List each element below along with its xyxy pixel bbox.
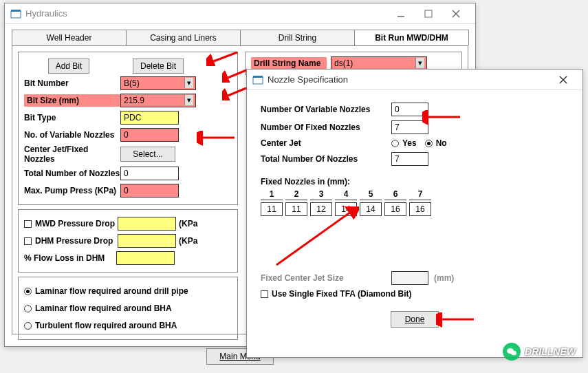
wechat-icon [503,343,521,361]
bit-size-combo[interactable]: 215.9 [120,94,196,107]
var-noz-field[interactable]: 0 [391,103,428,116]
tab-drill-string[interactable]: Drill String [240,30,355,45]
var-noz-label: Number Of Variable Nozzles [261,105,391,114]
fixed-noz-label: Number Of Fixed Nozzles [261,122,391,132]
mwd-field[interactable] [118,217,176,231]
drillstring-label: Drill String Name [251,57,327,70]
bit-size-label: Bit Size (mm) [24,94,120,107]
nozzle-body: Number Of Variable Nozzles0 Number Of Fi… [247,90,582,336]
noz-v3[interactable]: 12 [310,202,332,216]
noz-v4[interactable]: 14 [335,202,357,216]
tab-well-header[interactable]: Well Header [12,30,127,45]
nozzle-dialog: Nozzle Specification Number Of Variable … [246,69,583,358]
noz-h4: 4 [335,189,357,200]
tfa-checkbox[interactable] [261,290,268,298]
bit-panel: Add Bit Delete Bit Bit NumberB(5) Bit Si… [18,52,238,205]
noz-v6[interactable]: 16 [384,202,406,216]
bit-type-label: Bit Type [24,113,120,122]
mwd-unit: (KPa [179,219,197,228]
tfa-label: Use Single Fixed TFA (Diamond Bit) [272,289,412,299]
var-nozzles-label: No. of Variable Nozzles [24,130,120,140]
select-button[interactable]: Select... [120,147,175,162]
window-title: Hydraulics [25,8,387,19]
no-label: No [436,138,447,148]
bit-number-combo[interactable]: B(5) [120,76,196,90]
svg-point-18 [511,351,516,355]
total-nozzles-label: Total Number of Nozzles [24,169,120,178]
center-jet-label2: Center Jet [261,138,391,148]
minimize-button[interactable] [387,4,415,23]
flow-panel: Laminar flow required around drill pipe … [18,277,238,340]
dhm-checkbox[interactable] [24,237,32,245]
watermark-text: DRILLNEW [525,346,576,357]
noz-h6: 6 [384,189,406,200]
mwd-checkbox[interactable] [24,220,32,228]
tab-strip: Well Header Casing and Liners Drill Stri… [12,30,468,45]
svg-rect-6 [253,77,263,84]
noz-h1: 1 [261,189,283,200]
close-button[interactable] [442,4,470,23]
noz-h5: 5 [360,189,382,200]
mwd-label: MWD Pressure Drop [35,219,118,228]
noz-v5[interactable]: 14 [360,202,382,216]
bit-type-field[interactable]: PDC [120,111,179,125]
center-no-radio[interactable] [425,140,433,147]
tab-bit-run[interactable]: Bit Run MWD/DHM [354,30,469,45]
flowloss-label: % Flow Loss in DHM [24,253,116,263]
flow-radio-2[interactable] [24,305,32,312]
flow-radio-1[interactable] [24,288,32,295]
noz-v7[interactable]: 16 [409,202,431,216]
center-size-label: Fixed Center Jet Size [261,273,391,283]
total-noz-label2: Total Number Of Nozzles [261,154,391,164]
nozzle-grid: 111 211 312 414 514 616 716 [261,189,569,216]
flow-radio-3[interactable] [24,322,32,330]
tab-casing-liners[interactable]: Casing and Liners [126,30,241,45]
add-bit-button[interactable]: Add Bit [48,58,90,74]
flow-opt-2: Laminar flow required around BHA [35,303,172,313]
flow-opt-1: Laminar flow required around drill pipe [35,286,188,296]
center-size-unit: (mm) [434,273,454,283]
watermark: DRILLNEW [503,343,576,361]
dhm-label: DHM Pressure Drop [35,236,118,246]
app-icon [252,75,263,85]
max-pump-label: Max. Pump Press (KPa) [24,186,120,195]
dhm-field[interactable] [118,234,176,248]
total-noz-field2: 7 [391,152,428,166]
done-button[interactable]: Done [391,311,439,328]
center-size-field [391,271,428,285]
svg-rect-0 [11,11,21,18]
flowloss-field[interactable] [116,251,175,265]
titlebar: Hydraulics [5,3,475,24]
nozzle-close-button[interactable] [549,70,577,89]
var-nozzles-field[interactable]: 0 [120,128,179,142]
max-pump-field[interactable]: 0 [120,184,179,198]
svg-rect-3 [425,10,432,17]
center-yes-radio[interactable] [391,140,399,147]
delete-bit-button[interactable]: Delete Bit [133,58,184,74]
noz-h7: 7 [409,189,431,200]
noz-v1[interactable]: 11 [261,202,283,216]
drillstring-combo[interactable]: ds(1) [331,56,427,70]
noz-h2: 2 [285,189,307,200]
noz-h3: 3 [310,189,332,200]
center-jet-label: Center Jet/Fixed Nozzles [24,145,120,164]
mwd-panel: MWD Pressure Drop(KPa DHM Pressure Drop(… [18,209,238,273]
svg-rect-7 [253,76,263,78]
nozzle-title: Nozzle Specification [268,74,549,85]
total-nozzles-field[interactable]: 0 [120,167,179,180]
maximize-button[interactable] [415,4,442,23]
bit-number-label: Bit Number [24,78,120,88]
app-icon [10,9,21,19]
noz-v2[interactable]: 11 [285,202,307,216]
fixed-in-label: Fixed Nozzles in (mm): [261,177,569,186]
nozzle-titlebar: Nozzle Specification [247,70,582,90]
flow-opt-3: Turbulent flow required around BHA [35,321,177,330]
yes-label: Yes [402,138,417,148]
svg-rect-1 [11,10,21,12]
dhm-unit: (KPa [179,236,197,246]
fixed-noz-field[interactable]: 7 [391,120,428,134]
